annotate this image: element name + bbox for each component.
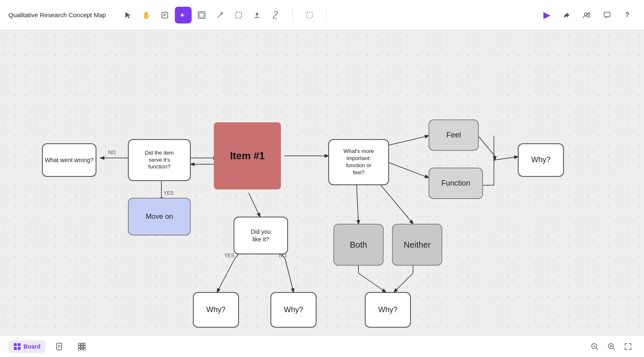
svg-line-26: [249, 193, 260, 217]
why-yes-node[interactable]: Why?: [193, 292, 239, 328]
board-btn[interactable]: Board: [8, 340, 45, 353]
svg-text:✋: ✋: [142, 11, 151, 19]
neither-node[interactable]: Neither: [392, 224, 442, 266]
svg-line-36: [478, 136, 495, 156]
svg-rect-47: [14, 343, 17, 346]
svg-line-40: [494, 157, 518, 160]
function-node[interactable]: Function: [428, 168, 483, 199]
svg-line-29: [217, 259, 235, 292]
whats-more-node[interactable]: What's moreimportant:function orfeel?: [328, 139, 389, 185]
upload-tool-btn[interactable]: [249, 7, 265, 23]
svg-marker-0: [125, 12, 131, 18]
did-serve-node[interactable]: Did the itemserve it'sfunction?: [128, 139, 191, 181]
svg-point-17: [588, 13, 590, 15]
svg-line-42: [377, 181, 413, 224]
fullscreen-btn[interactable]: [621, 339, 636, 354]
svg-line-44: [358, 273, 386, 292]
move-on-node[interactable]: Move on: [128, 198, 191, 235]
svg-text:✦: ✦: [179, 12, 185, 19]
topbar: Qualitative Research Concept Map ✋ ✦: [0, 0, 644, 30]
what-went-wrong-node[interactable]: What went wrong?: [42, 143, 96, 177]
zoom-in-btn[interactable]: [604, 339, 619, 354]
svg-rect-18: [604, 12, 610, 17]
svg-rect-6: [198, 12, 205, 18]
app-title: Qualitative Research Concept Map: [8, 11, 106, 18]
svg-text:YES: YES: [224, 253, 234, 259]
svg-rect-60: [83, 346, 86, 348]
svg-text:NO: NO: [108, 150, 116, 155]
zoom-controls: [587, 339, 636, 354]
svg-line-14: [275, 14, 276, 16]
why-far-right-node[interactable]: Why?: [518, 143, 564, 177]
toolbar-divider-1: [292, 8, 293, 22]
svg-marker-12: [255, 13, 259, 15]
zoom-out-btn[interactable]: [587, 339, 602, 354]
svg-rect-59: [81, 346, 83, 348]
frame-tool-btn[interactable]: [193, 7, 210, 23]
comments-btn[interactable]: [599, 7, 615, 23]
svg-line-66: [596, 348, 598, 350]
share-btn[interactable]: [558, 7, 575, 23]
toolbar-right: ▶ ?: [538, 7, 636, 23]
svg-rect-61: [78, 348, 80, 350]
svg-line-46: [394, 273, 413, 292]
svg-rect-63: [83, 348, 86, 350]
svg-line-35: [388, 162, 428, 178]
svg-rect-58: [78, 346, 80, 348]
document-btn[interactable]: [50, 340, 68, 353]
svg-rect-48: [18, 343, 21, 346]
users-btn[interactable]: [579, 7, 595, 23]
svg-rect-62: [81, 348, 83, 350]
svg-rect-55: [78, 343, 80, 345]
sticky-tool-btn[interactable]: [156, 7, 173, 23]
dotted-select-btn[interactable]: [301, 7, 318, 23]
svg-rect-2: [162, 12, 168, 18]
play-btn[interactable]: ▶: [538, 7, 555, 23]
grid-btn[interactable]: [73, 340, 91, 353]
why-no-node[interactable]: Why?: [270, 292, 317, 328]
feel-node[interactable]: Feel: [428, 119, 479, 151]
toolbar-divider-2: [326, 8, 327, 22]
svg-line-70: [613, 348, 615, 350]
svg-text:YES: YES: [164, 190, 174, 196]
both-node[interactable]: Both: [333, 224, 384, 266]
svg-rect-10: [236, 12, 242, 18]
why-bottom-right-node[interactable]: Why?: [365, 292, 411, 328]
svg-line-34: [388, 136, 428, 145]
svg-line-41: [356, 181, 358, 224]
arrows-overlay: NO YES YES NO: [0, 30, 644, 357]
svg-rect-7: [200, 13, 204, 17]
arrow-tool-btn[interactable]: [212, 7, 229, 23]
svg-line-32: [285, 259, 293, 292]
svg-rect-56: [81, 343, 83, 345]
hand-tool-btn[interactable]: ✋: [138, 7, 155, 23]
svg-rect-15: [306, 12, 312, 18]
link-tool-btn[interactable]: [267, 7, 284, 23]
cursor-tool-btn[interactable]: [119, 7, 136, 23]
svg-rect-49: [14, 347, 17, 350]
svg-rect-57: [83, 343, 86, 345]
canvas[interactable]: NO YES YES NO: [0, 30, 644, 357]
magic-tool-btn[interactable]: ✦: [175, 7, 192, 23]
bottombar: Board: [0, 335, 644, 357]
help-btn[interactable]: ?: [619, 7, 636, 23]
svg-point-16: [584, 13, 587, 16]
item1-node[interactable]: Item #1: [214, 122, 281, 189]
toolbar-tools: ✋ ✦: [119, 7, 284, 23]
select-box-tool-btn[interactable]: [230, 7, 247, 23]
svg-rect-50: [18, 347, 21, 350]
did-you-like-node[interactable]: Did youlike it?: [234, 217, 288, 254]
